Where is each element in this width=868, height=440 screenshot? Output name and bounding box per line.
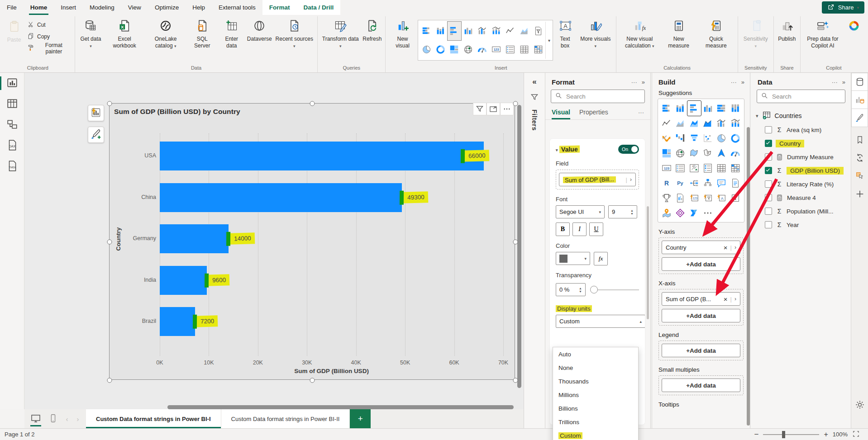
ribbon-button-dataverse[interactable]: Dataverse	[246, 16, 273, 43]
table-row-countries[interactable]: ▾Countries	[751, 109, 851, 123]
web-view-button[interactable]	[28, 409, 43, 428]
ribbon-button-enter-data[interactable]: Enter data	[218, 16, 245, 50]
resize-handle[interactable]	[107, 378, 112, 383]
resize-handle[interactable]	[310, 378, 315, 383]
underline-button[interactable]: U	[589, 222, 603, 236]
remove-field-icon[interactable]: ×	[724, 295, 728, 303]
visual-type-kpi[interactable]: 42	[687, 161, 701, 175]
value-card-header[interactable]: ▾ Value	[556, 146, 580, 153]
ribbon-button-onelake-catalog[interactable]: OneLake catalog ▾	[145, 16, 186, 50]
model-view[interactable]	[0, 114, 24, 135]
chevron-right-icon[interactable]: ›	[630, 176, 632, 183]
ribbon-button-excel-workbook[interactable]: XExcel workbook	[105, 16, 144, 50]
field-row-measure-4[interactable]: Measure 4	[751, 191, 851, 204]
visual-type-slicer[interactable]	[701, 161, 715, 175]
format-tab-properties[interactable]: Properties	[579, 109, 608, 119]
filter-funnel-icon[interactable]	[530, 93, 539, 103]
visual-type-clustered-column[interactable]	[461, 22, 475, 40]
menu-item-help[interactable]: Help	[186, 0, 212, 15]
visual-type-key-influencers[interactable]	[701, 175, 715, 190]
bar-usa[interactable]	[160, 142, 484, 170]
visual-type-matrix[interactable]	[531, 40, 545, 59]
visual-type-shape-map[interactable]	[701, 146, 715, 161]
visual-type-decomposition-tree[interactable]	[687, 175, 701, 190]
ribbon-button-copilot-logo[interactable]	[843, 16, 865, 37]
chevron-down-icon[interactable]: ▾	[756, 113, 758, 119]
display-units-option-auto[interactable]: Auto	[553, 347, 638, 361]
field-label[interactable]: Country	[776, 140, 804, 147]
field-chip-country[interactable]: Country×|›	[662, 241, 740, 254]
bar-brazil[interactable]	[160, 307, 195, 336]
ribbon-button-cut[interactable]: Cut	[25, 20, 72, 30]
visual-type-pie[interactable]	[715, 131, 728, 146]
visual-type-line[interactable]	[503, 22, 517, 40]
field-label[interactable]: Year	[787, 222, 799, 228]
ribbon-button-paste[interactable]: Paste	[3, 16, 25, 44]
field-row-gdp-billion-usd[interactable]: ΣGDP (Billion USD)	[751, 164, 851, 177]
new-page-button[interactable]: +	[350, 409, 371, 428]
ribbon-button-quick-measure[interactable]: Quick measure	[697, 16, 735, 50]
focus-mode-icon[interactable]	[486, 103, 500, 115]
remove-field-icon[interactable]: ×	[724, 244, 728, 251]
zoom-out-button[interactable]: −	[754, 430, 758, 439]
field-chip-sum-of-gdp-b[interactable]: Sum of GDP (B...×|›	[662, 292, 740, 306]
data-search-input[interactable]: Search	[757, 90, 845, 103]
visual-type-clustered-column[interactable]	[701, 101, 715, 116]
menu-item-file[interactable]: File	[0, 0, 24, 15]
menu-item-modeling[interactable]: Modeling	[83, 0, 121, 15]
visual-type-smart-narrative[interactable]	[729, 175, 742, 190]
field-label[interactable]: Population (Mill...	[787, 208, 834, 215]
dax-view[interactable]: DAX	[0, 135, 24, 156]
visual-type-scatter[interactable]	[701, 131, 715, 146]
collapse-pane-icon[interactable]: »	[642, 79, 645, 85]
visual-type-goals[interactable]	[660, 190, 673, 205]
zoom-in-button[interactable]: +	[824, 431, 828, 439]
visual-type-power-automate[interactable]	[687, 205, 701, 220]
format-tab-visual[interactable]: Visual	[552, 109, 570, 119]
add-data-button[interactable]: +Add data	[662, 257, 740, 271]
italic-button[interactable]: I	[572, 222, 587, 236]
visual-type-filled-map[interactable]	[687, 146, 701, 161]
gallery-scroll-chevron[interactable]: ▾	[545, 22, 553, 59]
collapse-pane-icon[interactable]: »	[741, 79, 744, 85]
visual-type-area[interactable]	[673, 116, 687, 131]
resize-handle[interactable]	[513, 101, 518, 106]
visual-type-gauge[interactable]	[729, 146, 742, 161]
visual-type-stacked-area[interactable]	[687, 116, 701, 131]
ribbon-button-refresh[interactable]: Refresh	[361, 16, 383, 43]
menu-item-insert[interactable]: Insert	[54, 0, 83, 15]
transparency-slider[interactable]	[591, 289, 639, 290]
settings-gear-icon[interactable]	[851, 396, 868, 414]
ribbon-button-format-painter[interactable]: Format painter	[25, 43, 72, 53]
resize-handle[interactable]	[310, 101, 315, 106]
field-label[interactable]: Area (sq km)	[787, 127, 821, 133]
visual-type-100-bar[interactable]	[715, 101, 728, 116]
visual-type-line-column[interactable]	[715, 116, 728, 131]
ribbon-button-transform-data[interactable]: Transform data ▾	[320, 16, 361, 50]
format-visual-button[interactable]	[88, 127, 104, 143]
prev-page-icon[interactable]: ‹	[62, 415, 72, 423]
visual-type-apps-lightning[interactable]	[701, 190, 715, 205]
ribbon-button-get-data[interactable]: Get data ▾	[77, 16, 104, 50]
ribbon-button-copy[interactable]: Copy	[25, 32, 72, 42]
visual-type-waterfall[interactable]	[673, 131, 687, 146]
menu-item-view[interactable]: View	[121, 0, 148, 15]
visual-type-matrix[interactable]	[729, 161, 742, 175]
visual-type-card[interactable]: 123	[489, 40, 503, 59]
bar-germany[interactable]	[160, 224, 229, 253]
menu-item-optimize[interactable]: Optimize	[148, 0, 186, 15]
format-search-input[interactable]: Search	[551, 90, 645, 103]
ribbon-button-new-visual-calculation[interactable]: fxNew visual calculation ▾	[619, 16, 660, 50]
report-view[interactable]	[0, 73, 24, 94]
format-brush-icon[interactable]	[851, 109, 868, 127]
ribbon-button-sensitivity[interactable]: Sensitivity ▾	[740, 16, 771, 50]
bookmark-icon[interactable]	[851, 131, 868, 149]
field-row-literacy-rate[interactable]: ΣLiteracy Rate (%)	[751, 177, 851, 191]
visual-type-pie[interactable]	[420, 40, 434, 59]
visual-type-r-script[interactable]: R	[660, 175, 673, 190]
page-tab-custom-data-format-strings-in-power-bi-ii[interactable]: Custom Data format strings in Power BI-I…	[221, 409, 350, 428]
collapse-pane-icon[interactable]: »	[842, 79, 845, 85]
fx-conditional-format-button[interactable]: fx	[594, 252, 608, 265]
visual-type-slicer-filter[interactable]	[729, 190, 742, 205]
visual-type-map[interactable]	[673, 146, 687, 161]
